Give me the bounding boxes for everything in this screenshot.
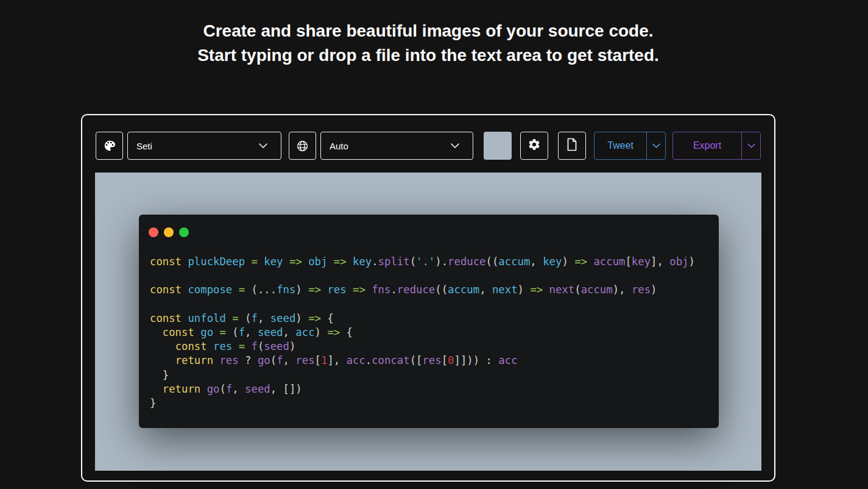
export-button-label[interactable]: Export [673,132,741,159]
export-background-area[interactable]: const pluckDeep = key => obj => key.spli… [95,173,761,471]
export-button[interactable]: Export [672,132,761,160]
document-icon [566,138,578,154]
chevron-down-icon [747,143,755,148]
close-dot [149,227,158,237]
minimize-dot [164,227,174,237]
copy-button[interactable] [558,132,586,160]
chevron-down-icon [259,143,267,148]
editor-frame: Seti Auto Tweet Export [81,114,775,482]
language-icon-button[interactable] [289,132,316,160]
tweet-button-label[interactable]: Tweet [595,132,646,159]
theme-select[interactable]: Seti [127,132,281,160]
tweet-button[interactable]: Tweet [594,132,666,160]
settings-button[interactable] [520,132,548,160]
language-select[interactable]: Auto [320,132,473,160]
globe-icon [296,140,309,152]
maximize-dot [179,227,189,237]
chevron-down-icon [652,143,660,148]
export-dropdown-arrow[interactable] [741,132,760,159]
theme-select-value: Seti [128,141,152,151]
window-controls [149,227,189,237]
tweet-dropdown-arrow[interactable] [646,132,665,159]
language-select-value: Auto [321,141,348,151]
heading-line-1: Create and share beautiful images of you… [0,19,856,43]
background-color-swatch[interactable] [484,132,512,160]
page-heading: Create and share beautiful images of you… [0,19,856,68]
code-editor[interactable]: const pluckDeep = key => obj => key.spli… [150,255,695,410]
heading-line-2: Start typing or drop a file into the tex… [0,43,856,68]
palette-icon [103,139,116,152]
chevron-down-icon [451,143,459,148]
code-window[interactable]: const pluckDeep = key => obj => key.spli… [139,215,719,428]
theme-icon-button[interactable] [96,132,123,160]
gear-icon [528,138,541,154]
